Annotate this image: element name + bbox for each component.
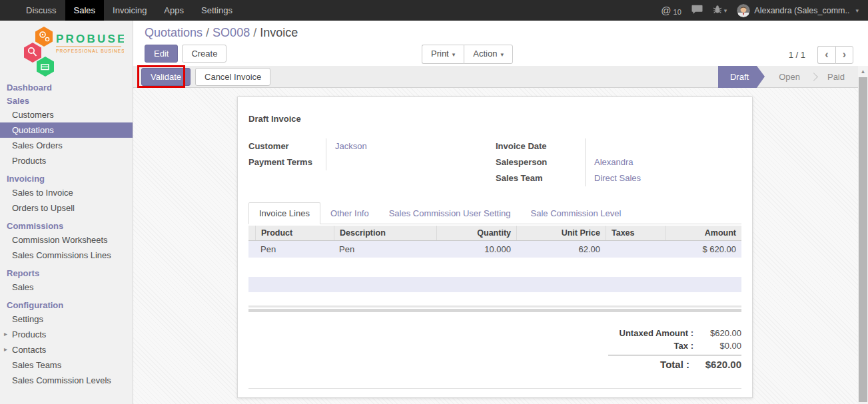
invoice-sheet: Draft Invoice Customer Jackson Payment T… (237, 97, 753, 398)
app-menu: Discuss Sales Invoicing Apps Settings (0, 0, 241, 21)
systray: @ 10 ▾ (661, 0, 868, 21)
nav-app-sales[interactable]: Sales (65, 0, 105, 21)
breadcrumb-quotations[interactable]: Quotations (145, 26, 203, 39)
vertical-scrollbar[interactable]: ▲ (858, 66, 868, 404)
cell-quantity: 10.000 (436, 241, 516, 258)
total-row: Total : $620.00 (608, 357, 741, 371)
field-sales-team: Sales Team Direct Sales (496, 170, 743, 186)
sidebar-item-sales-to-invoice[interactable]: Sales to Invoice (0, 185, 133, 200)
sidebar-item-sales-commission-levels[interactable]: Sales Commission Levels (0, 373, 133, 388)
validate-button[interactable]: Validate (141, 68, 191, 86)
sidebar-item-customers[interactable]: Customers (0, 107, 133, 122)
sidebar-item-label: Contacts (12, 345, 46, 355)
user-menu[interactable]: Alexandra (Sales_comm.. ▾ (737, 4, 859, 17)
tax-row: Tax : $0.00 (608, 339, 741, 352)
sidebar-item-reports-sales[interactable]: Sales (0, 280, 133, 295)
sidebar-item-sales-orders[interactable]: Sales Orders (0, 138, 133, 153)
sidebar-item-config-products[interactable]: ▸Products (0, 327, 133, 342)
scrollbar-up-arrow-icon[interactable]: ▲ (858, 66, 868, 77)
field-customer: Customer Jackson (248, 138, 478, 154)
edit-button[interactable]: Edit (145, 45, 178, 63)
pager-next-button[interactable]: › (835, 46, 853, 64)
messages-button[interactable] (691, 5, 703, 17)
mentions-counter[interactable]: @ 10 (661, 5, 681, 16)
svg-text:PROBUSE: PROBUSE (56, 33, 124, 45)
print-dropdown-button[interactable]: Print▾ (422, 45, 464, 64)
stage-paid[interactable]: Paid (819, 66, 858, 88)
expand-arrow-icon[interactable]: ▸ (4, 345, 7, 353)
record-buttons: Edit Create (145, 45, 226, 63)
expand-arrow-icon[interactable]: ▸ (4, 330, 7, 337)
stage-arrow-icon (757, 66, 765, 88)
sidebar-item-sales-teams[interactable]: Sales Teams (0, 357, 133, 373)
action-dropdown-button[interactable]: Action▾ (464, 45, 513, 64)
sidebar-heading-commissions[interactable]: Commissions (0, 219, 133, 232)
salesperson-label: Salesperson (496, 154, 585, 170)
sales-team-label: Sales Team (496, 170, 585, 186)
sidebar: PROBUSE PROFESSIONAL BUSINESS Dashboard … (0, 21, 133, 404)
status-pipeline: Draft Open Paid (718, 66, 858, 88)
field-group-right: Invoice Date Salesperson Alexandra Sales… (496, 138, 743, 186)
mentions-count: 10 (673, 8, 681, 16)
row-handle-column (248, 226, 255, 240)
sheet-footer-divider (248, 388, 741, 389)
header-unit-price[interactable]: Unit Price (516, 226, 606, 240)
stage-draft[interactable]: Draft (718, 66, 757, 88)
header-description[interactable]: Description (334, 226, 436, 240)
sidebar-heading-dashboard[interactable]: Dashboard (0, 81, 133, 94)
scrollbar-thumb[interactable] (859, 77, 867, 402)
customer-value-link[interactable]: Jackson (326, 138, 478, 154)
notebook-tabs: Invoice Lines Other Info Sales Commissio… (248, 202, 741, 224)
nav-app-settings[interactable]: Settings (193, 0, 241, 21)
statusbar: Validate Cancel Invoice Draft Open Paid (133, 66, 858, 88)
nav-app-apps[interactable]: Apps (155, 0, 193, 21)
odoo-app-window: Discuss Sales Invoicing Apps Settings @ … (0, 0, 868, 404)
tab-other-info[interactable]: Other Info (320, 203, 379, 224)
chevron-down-icon: ▾ (452, 51, 456, 58)
customer-label: Customer (248, 138, 326, 154)
table-row[interactable]: Pen Pen 10.000 62.00 $ 620.00 (248, 241, 741, 258)
nav-app-invoicing[interactable]: Invoicing (104, 0, 155, 21)
stage-open[interactable]: Open (770, 66, 809, 88)
tab-sale-commission-level[interactable]: Sale Commission Level (521, 203, 632, 224)
bug-icon (713, 5, 722, 17)
sidebar-item-label: Products (12, 329, 46, 339)
header-taxes[interactable]: Taxes (606, 226, 665, 240)
sales-team-value-link[interactable]: Direct Sales (585, 170, 743, 186)
pager-value: 1 / 1 (789, 50, 805, 60)
breadcrumb-so008[interactable]: SO008 (213, 26, 250, 39)
header-amount[interactable]: Amount (665, 226, 741, 240)
svg-text:PROFESSIONAL BUSINESS: PROFESSIONAL BUSINESS (56, 49, 124, 53)
chat-bubble-icon (691, 5, 703, 17)
sidebar-item-quotations[interactable]: Quotations (0, 122, 133, 138)
nav-app-discuss[interactable]: Discuss (17, 0, 65, 21)
create-button[interactable]: Create (182, 45, 226, 63)
debug-menu-button[interactable]: ▾ (713, 5, 727, 17)
header-quantity[interactable]: Quantity (436, 226, 516, 240)
sidebar-heading-reports[interactable]: Reports (0, 266, 133, 280)
cell-description: Pen (334, 241, 436, 258)
payment-terms-value[interactable] (326, 154, 478, 170)
sidebar-item-sales-commissions-lines[interactable]: Sales Commissions Lines (0, 248, 133, 263)
sidebar-item-contacts[interactable]: ▸Contacts (0, 342, 133, 357)
sidebar-heading-sales[interactable]: Sales (0, 94, 133, 107)
pager-previous-button[interactable]: ‹ (817, 46, 835, 64)
invoice-date-value[interactable] (585, 138, 743, 154)
totals-divider (608, 355, 741, 355)
header-product[interactable]: Product (255, 226, 334, 240)
tab-invoice-lines[interactable]: Invoice Lines (248, 202, 320, 224)
sidebar-item-settings[interactable]: Settings (0, 311, 133, 327)
sidebar-item-orders-to-upsell[interactable]: Orders to Upsell (0, 200, 133, 216)
sidebar-heading-configuration[interactable]: Configuration (0, 298, 133, 311)
cancel-invoice-button[interactable]: Cancel Invoice (195, 68, 270, 86)
at-icon: @ (661, 5, 671, 16)
untaxed-amount-label: Untaxed Amount : (620, 328, 693, 338)
top-navbar: Discuss Sales Invoicing Apps Settings @ … (0, 0, 868, 21)
tab-sales-commission-user-setting[interactable]: Sales Commission User Setting (379, 203, 521, 224)
sidebar-heading-invoicing[interactable]: Invoicing (0, 172, 133, 185)
sidebar-item-commission-worksheets[interactable]: Commission Worksheets (0, 232, 133, 248)
sidebar-item-products[interactable]: Products (0, 153, 133, 168)
horizontal-scrollbar[interactable] (248, 305, 741, 312)
chevron-down-icon: ▾ (855, 7, 859, 14)
salesperson-value-link[interactable]: Alexandra (585, 154, 743, 170)
